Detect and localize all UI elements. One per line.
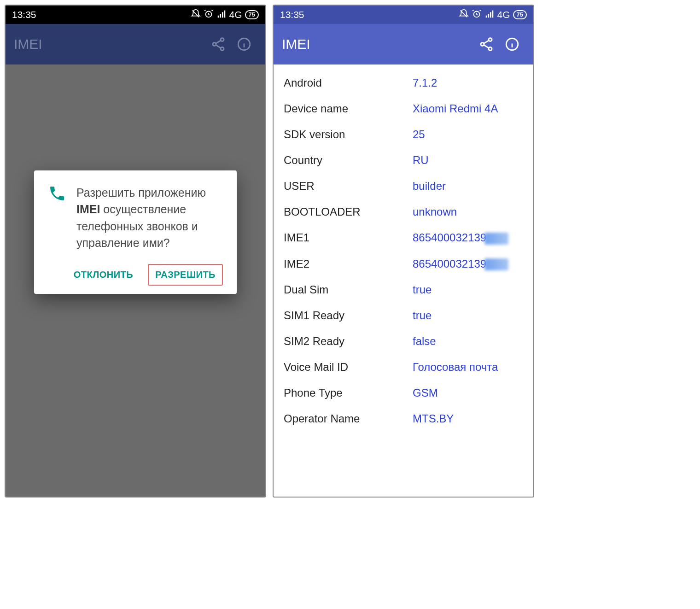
network-label: 4G bbox=[229, 9, 242, 20]
info-value: true bbox=[413, 283, 523, 296]
info-row: IME1865400032139 bbox=[274, 225, 533, 251]
info-row: Voice Mail IDГолосовая почта bbox=[274, 354, 533, 380]
info-value: false bbox=[413, 335, 523, 348]
phone-screenshot-info: 13:35 4G 75 IMEI Android7.1.2Device name… bbox=[273, 5, 534, 498]
info-key: IME1 bbox=[284, 231, 413, 245]
device-info-list: Android7.1.2Device nameXiaomi Redmi 4ASD… bbox=[274, 64, 533, 432]
info-row: CountryRU bbox=[274, 147, 533, 173]
share-icon bbox=[478, 36, 494, 52]
info-key: IME2 bbox=[284, 258, 413, 271]
permission-msg-prefix: Разрешить приложению bbox=[76, 186, 206, 199]
mute-icon bbox=[459, 9, 469, 21]
info-row: Android7.1.2 bbox=[274, 70, 533, 96]
info-value: GSM bbox=[413, 386, 523, 399]
info-row: Device nameXiaomi Redmi 4A bbox=[274, 96, 533, 122]
permission-msg-app: IMEI bbox=[76, 203, 100, 216]
info-row: Operator NameMTS.BY bbox=[274, 406, 533, 432]
permission-dialog: Разрешить приложению IMEI осуществление … bbox=[34, 170, 237, 294]
share-button[interactable] bbox=[205, 31, 231, 57]
permission-message: Разрешить приложению IMEI осуществление … bbox=[76, 184, 223, 251]
mute-icon bbox=[191, 9, 201, 21]
alarm-icon bbox=[472, 9, 482, 21]
info-value: Голосовая почта bbox=[413, 361, 523, 374]
info-icon bbox=[236, 36, 252, 52]
info-value: unknown bbox=[413, 205, 523, 218]
info-key: BOOTLOADER bbox=[284, 205, 413, 218]
battery-badge: 75 bbox=[245, 10, 259, 19]
svg-rect-2 bbox=[220, 14, 221, 18]
info-key: USER bbox=[284, 180, 413, 193]
svg-rect-1 bbox=[217, 15, 219, 18]
info-key: SIM2 Ready bbox=[284, 335, 413, 348]
info-row: BOOTLOADERunknown bbox=[274, 199, 533, 225]
info-row: SIM2 Readyfalse bbox=[274, 328, 533, 354]
info-row: Phone TypeGSM bbox=[274, 380, 533, 406]
info-row: Dual Simtrue bbox=[274, 277, 533, 303]
info-key: SIM1 Ready bbox=[284, 309, 413, 322]
info-key: Phone Type bbox=[284, 386, 413, 399]
redacted-tail bbox=[484, 258, 508, 270]
signal-icon bbox=[216, 9, 227, 21]
deny-button[interactable]: ОТКЛОНИТЬ bbox=[67, 264, 140, 286]
info-key: Voice Mail ID bbox=[284, 361, 413, 374]
info-value: RU bbox=[413, 154, 523, 167]
info-row: SDK version25 bbox=[274, 122, 533, 147]
info-button[interactable] bbox=[499, 31, 525, 57]
info-icon bbox=[504, 36, 520, 52]
dialog-actions: ОТКЛОНИТЬ РАЗРЕШИТЬ bbox=[48, 264, 223, 286]
info-row: SIM1 Readytrue bbox=[274, 303, 533, 328]
info-key: SDK version bbox=[284, 128, 413, 141]
network-label: 4G bbox=[497, 9, 510, 20]
info-row: USERbuilder bbox=[274, 173, 533, 199]
alarm-icon bbox=[204, 9, 214, 21]
battery-badge: 75 bbox=[513, 10, 527, 19]
phone-icon bbox=[48, 184, 66, 251]
info-key: Operator Name bbox=[284, 412, 413, 425]
svg-rect-4 bbox=[224, 10, 225, 18]
info-value: 865400032139 bbox=[413, 231, 523, 245]
app-bar: IMEI bbox=[6, 24, 265, 64]
info-key: Dual Sim bbox=[284, 283, 413, 296]
status-bar: 13:35 4G 75 bbox=[6, 6, 265, 24]
info-value: Xiaomi Redmi 4A bbox=[413, 102, 523, 115]
app-title: IMEI bbox=[282, 36, 473, 52]
info-value: MTS.BY bbox=[413, 412, 523, 425]
svg-rect-13 bbox=[492, 10, 493, 18]
redacted-tail bbox=[484, 233, 508, 245]
info-key: Android bbox=[284, 76, 413, 89]
app-bar: IMEI bbox=[274, 24, 533, 64]
app-body-dimmed: Разрешить приложению IMEI осуществление … bbox=[6, 64, 265, 497]
status-time: 13:35 bbox=[280, 9, 304, 20]
info-button[interactable] bbox=[231, 31, 257, 57]
info-value: 25 bbox=[413, 128, 523, 141]
info-value: builder bbox=[413, 180, 523, 193]
svg-rect-11 bbox=[488, 14, 489, 18]
share-button[interactable] bbox=[473, 31, 499, 57]
app-title: IMEI bbox=[14, 36, 205, 52]
app-body[interactable]: Android7.1.2Device nameXiaomi Redmi 4ASD… bbox=[274, 64, 533, 497]
info-key: Device name bbox=[284, 102, 413, 115]
allow-button[interactable]: РАЗРЕШИТЬ bbox=[148, 264, 223, 286]
info-row: IME2865400032139 bbox=[274, 251, 533, 277]
info-value: true bbox=[413, 309, 523, 322]
info-value: 7.1.2 bbox=[413, 76, 523, 89]
signal-icon bbox=[484, 9, 495, 21]
status-time: 13:35 bbox=[12, 9, 36, 20]
status-bar: 13:35 4G 75 bbox=[274, 6, 533, 24]
status-right: 4G 75 bbox=[459, 9, 527, 21]
info-value: 865400032139 bbox=[413, 258, 523, 271]
svg-rect-3 bbox=[222, 12, 223, 18]
svg-rect-10 bbox=[485, 15, 487, 18]
share-icon bbox=[210, 36, 226, 52]
info-key: Country bbox=[284, 154, 413, 167]
svg-rect-12 bbox=[490, 12, 491, 18]
status-right: 4G 75 bbox=[191, 9, 259, 21]
phone-screenshot-permission: 13:35 4G 75 IMEI Разрешить приложению IM… bbox=[5, 5, 266, 498]
